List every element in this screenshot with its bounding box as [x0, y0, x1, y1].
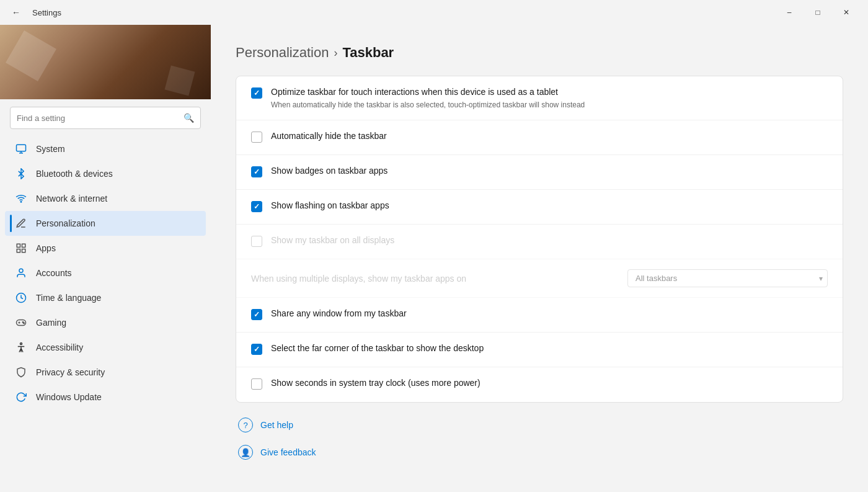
svg-rect-0 — [17, 145, 26, 151]
footer-links: ? Get help 👤 Give feedback — [236, 413, 843, 465]
row-label-auto-hide: Automatically hide the taskbar — [271, 130, 828, 143]
breadcrumb-parent[interactable]: Personalization — [236, 45, 329, 61]
window-controls: – □ ✕ — [775, 2, 861, 22]
sidebar-item-privacy[interactable]: Privacy & security — [5, 360, 206, 385]
checkbox-wrap-show-badges — [251, 166, 262, 177]
checkbox-wrap-show-flashing — [251, 201, 262, 212]
main-content: Personalization › Taskbar Optimize taskb… — [211, 25, 868, 492]
get-help-link[interactable]: ? Get help — [236, 413, 843, 437]
row-text-show-flashing: Show flashing on taskbar apps — [271, 200, 828, 212]
sidebar-item-label-apps: Apps — [36, 243, 56, 253]
breadcrumb: Personalization › Taskbar — [236, 45, 843, 61]
dropdown-label-multiple-displays: When using multiple displays, show my ta… — [251, 274, 619, 284]
settings-row-show-seconds: Show seconds in system tray clock (uses … — [236, 367, 843, 402]
row-label-show-badges: Show badges on taskbar apps — [271, 165, 828, 177]
person-icon — [15, 267, 27, 279]
settings-row-show-badges: Show badges on taskbar apps — [236, 155, 843, 190]
svg-point-15 — [20, 343, 22, 345]
svg-point-14 — [24, 323, 25, 324]
close-button[interactable]: ✕ — [832, 2, 861, 22]
row-label-share-window: Share any window from my taskbar — [271, 308, 828, 320]
search-container: 🔍 — [0, 99, 211, 136]
sidebar-item-label-bluetooth: Bluetooth & devices — [36, 169, 113, 179]
row-text-show-badges: Show badges on taskbar apps — [271, 165, 828, 177]
accessibility-icon — [15, 341, 27, 354]
give-feedback-label: Give feedback — [260, 447, 316, 457]
settings-row-multiple-displays: When using multiple displays, show my ta… — [236, 259, 843, 298]
sidebar-item-label-privacy: Privacy & security — [36, 367, 105, 377]
maximize-button[interactable]: □ — [804, 2, 832, 22]
svg-rect-6 — [17, 249, 20, 253]
sidebar-item-apps[interactable]: Apps — [5, 236, 206, 261]
row-text-touch-optimize: Optimize taskbar for touch interactions … — [271, 86, 828, 110]
sidebar: 🔍 SystemBluetooth & devicesNetwork & int… — [0, 25, 211, 492]
row-label-far-corner: Select the far corner of the taskbar to … — [271, 342, 828, 355]
sidebar-item-label-update: Windows Update — [36, 392, 102, 402]
settings-row-show-flashing: Show flashing on taskbar apps — [236, 190, 843, 225]
dropdown-multiple-displays[interactable]: All taskbarsMain taskbar onlyTaskbar whe… — [627, 269, 828, 287]
row-text-show-seconds: Show seconds in system tray clock (uses … — [271, 377, 828, 390]
sidebar-item-label-accessibility: Accessibility — [36, 342, 83, 352]
checkbox-show-flashing[interactable] — [251, 201, 262, 212]
shield-icon — [15, 366, 27, 378]
checkbox-share-window[interactable] — [251, 309, 262, 320]
sidebar-item-gaming[interactable]: Gaming — [5, 310, 206, 335]
checkbox-show-badges[interactable] — [251, 166, 262, 177]
pen-icon — [15, 217, 27, 230]
checkbox-show-seconds[interactable] — [251, 378, 262, 390]
row-label-touch-optimize: Optimize taskbar for touch interactions … — [271, 86, 828, 99]
checkbox-wrap-touch-optimize — [251, 87, 262, 99]
controller-icon — [15, 316, 27, 329]
sidebar-item-label-time: Time & language — [36, 293, 101, 303]
monitor-icon — [15, 143, 27, 155]
row-label-show-seconds: Show seconds in system tray clock (uses … — [271, 377, 828, 390]
dropdown-wrapper-multiple-displays: All taskbarsMain taskbar onlyTaskbar whe… — [627, 269, 828, 287]
search-input[interactable] — [17, 114, 179, 123]
checkbox-all-displays — [251, 236, 262, 247]
nav-list: SystemBluetooth & devicesNetwork & inter… — [0, 136, 211, 409]
row-text-far-corner: Select the far corner of the taskbar to … — [271, 342, 828, 355]
row-text-share-window: Share any window from my taskbar — [271, 308, 828, 320]
checkbox-touch-optimize[interactable] — [251, 87, 262, 99]
settings-row-share-window: Share any window from my taskbar — [236, 298, 843, 333]
sidebar-item-accounts[interactable]: Accounts — [5, 261, 206, 285]
clock-icon — [15, 292, 27, 304]
row-sublabel-touch-optimize: When automatically hide the taskbar is a… — [271, 100, 828, 110]
give-feedback-link[interactable]: 👤 Give feedback — [236, 440, 843, 465]
app-layout: 🔍 SystemBluetooth & devicesNetwork & int… — [0, 25, 868, 492]
settings-row-all-displays: Show my taskbar on all displays — [236, 225, 843, 259]
breadcrumb-current: Taskbar — [342, 45, 394, 61]
sidebar-item-label-network: Network & internet — [36, 194, 107, 204]
sidebar-item-network[interactable]: Network & internet — [5, 186, 206, 211]
row-text-all-displays: Show my taskbar on all displays — [271, 235, 828, 247]
settings-row-far-corner: Select the far corner of the taskbar to … — [236, 333, 843, 367]
sidebar-item-label-personalization: Personalization — [36, 218, 95, 228]
give-feedback-icon: 👤 — [238, 445, 253, 460]
sidebar-item-label-accounts: Accounts — [36, 268, 72, 278]
search-icon: 🔍 — [184, 113, 194, 123]
bluetooth-icon — [15, 168, 27, 180]
back-button[interactable]: ← — [7, 4, 25, 21]
sidebar-item-update[interactable]: Windows Update — [5, 385, 206, 409]
breadcrumb-separator: › — [334, 47, 337, 60]
network-icon — [15, 192, 27, 205]
search-box: 🔍 — [10, 107, 201, 129]
minimize-button[interactable]: – — [775, 2, 804, 22]
settings-row-auto-hide: Automatically hide the taskbar — [236, 120, 843, 155]
checkbox-far-corner[interactable] — [251, 344, 262, 355]
get-help-label: Get help — [260, 420, 293, 430]
sidebar-item-bluetooth[interactable]: Bluetooth & devices — [5, 161, 206, 186]
checkbox-wrap-far-corner — [251, 344, 262, 355]
sidebar-hero-image — [0, 25, 211, 99]
svg-point-8 — [19, 269, 23, 272]
app-title: Settings — [32, 8, 61, 17]
grid-icon — [15, 242, 27, 254]
sidebar-item-time[interactable]: Time & language — [5, 285, 206, 310]
sidebar-item-accessibility[interactable]: Accessibility — [5, 335, 206, 360]
sidebar-item-label-system: System — [36, 144, 65, 154]
sidebar-item-system[interactable]: System — [5, 136, 206, 161]
settings-card: Optimize taskbar for touch interactions … — [236, 76, 843, 403]
sidebar-item-personalization[interactable]: Personalization — [5, 211, 206, 236]
svg-rect-4 — [17, 244, 20, 247]
checkbox-auto-hide[interactable] — [251, 132, 262, 143]
